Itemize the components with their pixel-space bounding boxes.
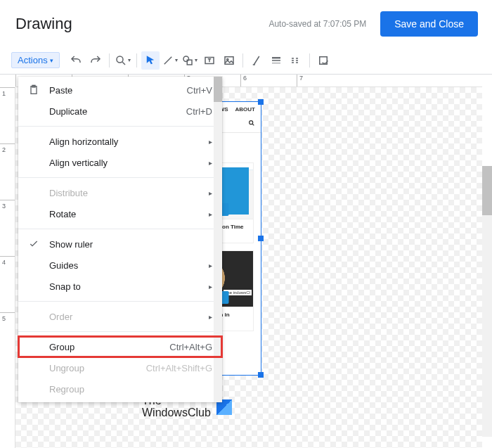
menu-separator [18,331,222,332]
vertical-scrollbar-thumb[interactable] [482,166,492,215]
line-tool-button[interactable] [161,51,179,70]
menu-item-label: Distribute [49,188,88,198]
svg-point-1 [183,56,189,62]
submenu-arrow-icon: ▸ [209,189,212,197]
menu-item-label: Duplicate [49,106,87,117]
menu-separator [18,177,222,178]
menu-item-label: Rotate [49,209,76,219]
crop-button[interactable] [314,51,332,70]
search-icon [248,120,255,128]
line-weight-button[interactable] [267,51,285,70]
undo-button[interactable] [67,51,85,70]
image-button[interactable] [220,51,238,70]
menu-item-label: Align horizontally [49,136,118,147]
submenu-arrow-icon: ▸ [209,159,212,167]
menu-item-label: Snap to [49,281,81,292]
menu-item-label: Group [49,342,75,352]
line-dash-button[interactable] [287,51,305,70]
menu-item-label: Show ruler [49,239,93,250]
toolbar-separator [242,53,243,68]
menu-item-label: Align vertically [49,158,108,168]
toolbar-separator [109,53,110,68]
menu-item-shortcut: Ctrl+Alt+Shift+G [146,363,212,373]
actions-dropdown-menu: Paste Ctrl+V Duplicate Ctrl+D Align hori… [18,77,222,402]
svg-point-0 [117,56,123,63]
check-icon [28,238,39,250]
menu-item-snap-to[interactable]: Snap to ▸ [18,276,222,297]
zoom-button[interactable] [114,51,132,70]
menu-item-label: Order [49,312,72,322]
menu-item-order: Order ▸ [18,306,222,327]
menu-item-paste[interactable]: Paste Ctrl+V [18,79,222,101]
menu-item-label: Paste [49,85,72,96]
toolbar-separator [309,53,310,68]
toolbar-separator [136,53,137,68]
shape-tool-button[interactable] [181,51,199,70]
vertical-ruler: 12345 [0,87,15,448]
redo-button[interactable] [86,51,105,70]
submenu-arrow-icon: ▸ [209,138,212,146]
fill-color-button[interactable] [247,51,266,70]
svg-point-7 [250,121,253,124]
actions-menu-button[interactable]: Actions [11,52,60,68]
menu-item-rotate[interactable]: Rotate ▸ [18,203,222,224]
menu-separator [18,229,222,229]
dialog-title: Drawing [15,15,72,33]
menu-separator [18,301,222,302]
submenu-arrow-icon: ▸ [209,283,212,290]
dialog-header: Drawing Auto-saved at 7:07:05 PM Save an… [0,0,492,46]
submenu-arrow-icon: ▸ [209,313,212,321]
menu-item-shortcut: Ctrl+V [187,85,212,96]
menu-item-distribute: Distribute ▸ [18,182,222,203]
menu-item-shortcut: Ctrl+Alt+G [169,342,212,352]
menu-item-duplicate[interactable]: Duplicate Ctrl+D [18,101,222,122]
menu-item-align-vertically[interactable]: Align vertically ▸ [18,152,222,173]
menu-item-guides[interactable]: Guides ▸ [18,255,222,276]
menu-item-ungroup: Ungroup Ctrl+Alt+Shift+G [18,357,222,378]
select-tool-button[interactable] [141,51,160,70]
menu-item-group[interactable]: Group Ctrl+Alt+G [18,336,222,357]
menu-item-label: Ungroup [49,363,84,373]
paste-icon [28,84,39,96]
textbox-button[interactable] [200,51,219,70]
menu-item-label: Guides [49,260,78,271]
menu-item-regroup: Regroup [18,378,222,399]
submenu-arrow-icon: ▸ [209,262,212,269]
menu-item-shortcut: Ctrl+D [186,106,212,117]
save-and-close-button[interactable]: Save and Close [380,11,478,37]
menu-separator [18,126,222,127]
menu-item-align-horizontally[interactable]: Align horizontally ▸ [18,131,222,152]
autosave-status: Auto-saved at 7:07:05 PM [268,19,366,29]
menu-item-show-ruler[interactable]: Show ruler [18,233,222,255]
svg-rect-4 [225,56,233,64]
menu-item-label: Regroup [49,384,84,395]
drawing-toolbar: Actions [0,46,492,75]
submenu-arrow-icon: ▸ [209,210,212,218]
